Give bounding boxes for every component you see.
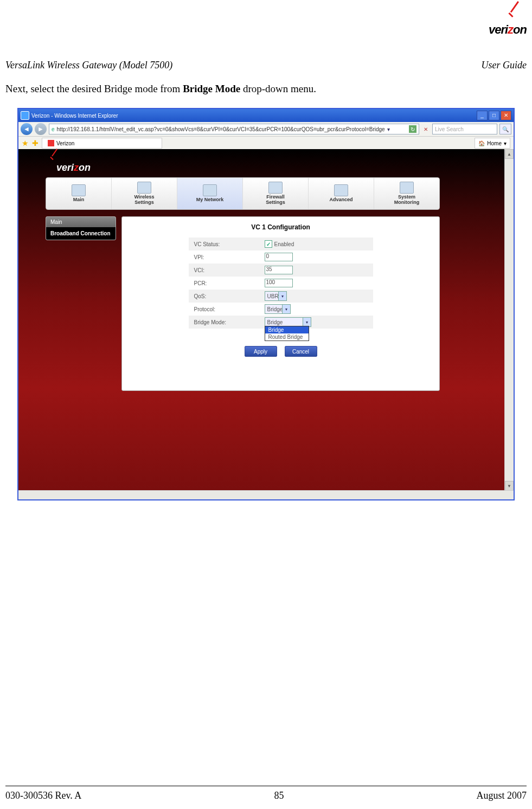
bridge-mode-option-bridge[interactable]: Bridge [265,326,309,333]
vc-status-text: Enabled [274,241,294,247]
chevron-down-icon: ▾ [282,305,290,313]
pcr-label: PCR: [189,280,265,286]
apply-button[interactable]: Apply [245,346,277,357]
footer-right: August 2007 [476,790,527,801]
page-viewport: verizon Main Wireless Settings My Networ… [18,149,505,491]
vc-status-checkbox[interactable]: ✓ [265,240,272,248]
verizon-logo-top: verizon [489,10,527,37]
instruction-text: Next, select the desired Bridge mode fro… [5,83,527,95]
search-box[interactable]: Live Search [432,124,497,134]
chevron-down-icon: ▾ [504,140,507,146]
home-icon: 🏠 [478,140,485,146]
window-titlebar: Verizon - Windows Internet Explorer _ □ … [18,109,514,122]
scroll-down-icon[interactable]: ▼ [505,481,514,491]
logo-text: verizon [489,23,527,37]
qos-select[interactable]: UBR▾ [265,291,287,301]
router-nav-tabs: Main Wireless Settings My Network Firewa… [46,177,440,210]
sidebar: Main Broadband Connection [46,216,116,240]
vertical-scrollbar[interactable]: ▲ ▼ [504,149,514,491]
main-icon [72,184,86,196]
tab-firewall[interactable]: Firewall Settings [243,178,309,209]
footer-page-number: 85 [274,790,284,801]
stop-icon[interactable]: ✕ [421,125,430,133]
browser-navbar: ◄ ► e http://192.168.1.1/htmlV/net_edit_… [18,122,514,137]
chevron-down-icon: ▾ [303,318,311,326]
footer-divider [5,786,527,786]
back-button[interactable]: ◄ [21,123,33,135]
router-logo: verizon [56,162,91,174]
protocol-label: Protocol: [189,306,265,312]
search-button[interactable]: 🔍 [499,124,511,134]
vpi-input[interactable]: 0 [265,253,293,261]
favorites-icon[interactable]: ★ [22,139,29,147]
router-check-icon [49,152,63,163]
chevron-down-icon: ▾ [278,292,286,300]
sidebar-item-broadband[interactable]: Broadband Connection [46,227,116,240]
sidebar-header: Main [46,217,116,227]
pcr-input[interactable]: 100 [265,279,293,287]
vci-input[interactable]: 35 [265,266,293,274]
scroll-up-icon[interactable]: ▲ [505,149,514,159]
document-header: VersaLink Wireless Gateway (Model 7500) … [5,60,527,71]
vpi-label: VPI: [189,254,265,260]
config-form: VC Status: ✓Enabled VPI: 0 VCI: 35 PCR: … [189,237,373,329]
url-text: http://192.168.1.1/htmlV/net_edit_vc.asp… [57,126,385,132]
home-button[interactable]: 🏠 Home ▾ [475,138,510,149]
firewall-icon [268,182,283,194]
wireless-icon [137,182,151,194]
add-favorites-icon[interactable]: ✚ [32,139,39,147]
maximize-button[interactable]: □ [489,111,499,120]
tab-main[interactable]: Main [46,178,112,209]
qos-label: QoS: [189,293,265,299]
refresh-icon[interactable]: ↻ [409,125,416,133]
bridge-mode-label: Bridge Mode: [189,319,265,325]
browser-screenshot: Verizon - Windows Internet Explorer _ □ … [17,108,515,500]
tab-system-monitoring[interactable]: System Monitoring [374,178,439,209]
browser-tab[interactable]: Verizon [42,138,162,149]
tab-wireless[interactable]: Wireless Settings [112,178,177,209]
close-button[interactable]: ✕ [501,111,511,120]
window-title: Verizon - Windows Internet Explorer [31,113,118,119]
vc-status-label: VC Status: [189,241,265,247]
protocol-select[interactable]: Bridge▾ [265,304,291,314]
bridge-mode-dropdown: Bridge Routed Bridge [265,326,309,341]
status-bar [18,490,514,499]
network-icon [203,184,217,196]
monitor-icon [400,182,414,194]
footer-left: 030-300536 Rev. A [5,790,81,801]
browser-tabbar: ★ ✚ Verizon 🏠 Home ▾ [18,137,514,150]
address-bar[interactable]: e http://192.168.1.1/htmlV/net_edit_vc.a… [49,124,419,134]
dropdown-icon[interactable]: ▾ [387,126,390,132]
check-icon [505,10,527,23]
page-icon: e [52,126,55,132]
minimize-button[interactable]: _ [477,111,488,120]
vci-label: VCI: [189,267,265,273]
panel-title: VC 1 Configuration [122,217,439,235]
doc-title-left: VersaLink Wireless Gateway (Model 7500) [5,60,172,71]
bridge-mode-option-routed[interactable]: Routed Bridge [265,333,309,341]
doc-title-right: User Guide [482,60,527,71]
ie-icon [21,111,29,120]
config-panel: VC 1 Configuration VC Status: ✓Enabled V… [121,216,440,391]
tab-my-network[interactable]: My Network [177,178,243,209]
forward-button[interactable]: ► [35,123,47,135]
advanced-icon [334,184,348,196]
cancel-button[interactable]: Cancel [285,346,317,357]
page-footer: 030-300536 Rev. A 85 August 2007 [5,790,527,801]
favicon-icon [48,140,54,146]
tab-advanced[interactable]: Advanced [309,178,374,209]
